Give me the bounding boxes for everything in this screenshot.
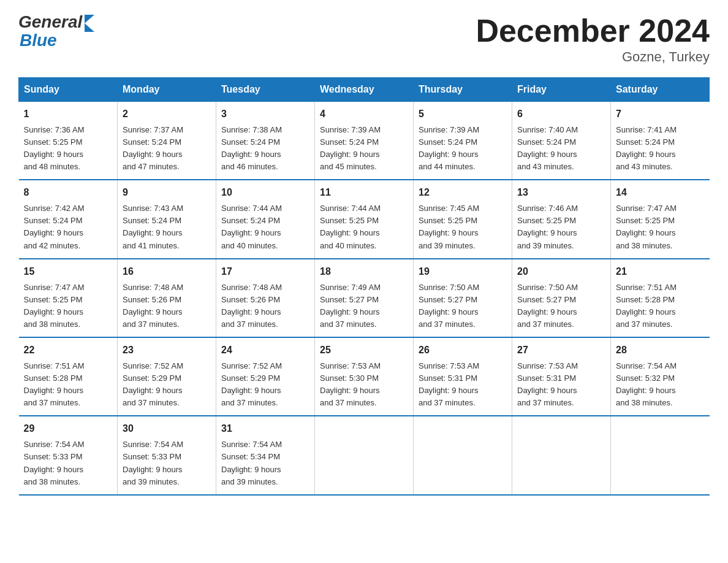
calendar-table: SundayMondayTuesdayWednesdayThursdayFrid… [18,77,710,496]
day-number: 17 [221,264,309,280]
day-number: 26 [419,343,507,358]
cell-info: Sunrise: 7:50 AMSunset: 5:27 PMDaylight:… [517,283,578,329]
calendar-cell: 7Sunrise: 7:41 AMSunset: 5:24 PMDaylight… [611,102,710,180]
day-number: 13 [517,185,605,201]
col-header-monday: Monday [118,78,216,102]
day-number: 28 [616,343,705,358]
cell-info: Sunrise: 7:38 AMSunset: 5:24 PMDaylight:… [221,125,282,171]
day-number: 2 [123,107,211,122]
col-header-saturday: Saturday [611,78,710,102]
cell-info: Sunrise: 7:54 AMSunset: 5:33 PMDaylight:… [123,440,183,486]
calendar-cell: 22Sunrise: 7:51 AMSunset: 5:28 PMDayligh… [19,337,118,416]
day-number: 19 [419,264,507,280]
day-number: 14 [616,185,705,201]
cell-info: Sunrise: 7:53 AMSunset: 5:30 PMDaylight:… [320,361,381,407]
cell-info: Sunrise: 7:52 AMSunset: 5:29 PMDaylight:… [123,361,183,407]
day-number: 30 [123,421,211,437]
cell-info: Sunrise: 7:48 AMSunset: 5:26 PMDaylight:… [123,283,183,329]
cell-info: Sunrise: 7:47 AMSunset: 5:25 PMDaylight:… [616,204,677,250]
cell-info: Sunrise: 7:36 AMSunset: 5:25 PMDaylight:… [24,125,85,171]
page-header: General Blue December 2024 Gozne, Turkey [18,12,710,65]
calendar-cell: 23Sunrise: 7:52 AMSunset: 5:29 PMDayligh… [118,337,216,416]
calendar-cell: 8Sunrise: 7:42 AMSunset: 5:24 PMDaylight… [19,180,118,258]
cell-info: Sunrise: 7:51 AMSunset: 5:28 PMDaylight:… [616,283,677,329]
calendar-cell: 9Sunrise: 7:43 AMSunset: 5:24 PMDaylight… [118,180,216,258]
cell-info: Sunrise: 7:49 AMSunset: 5:27 PMDaylight:… [320,283,381,329]
cell-info: Sunrise: 7:39 AMSunset: 5:24 PMDaylight:… [419,125,479,171]
cell-info: Sunrise: 7:54 AMSunset: 5:34 PMDaylight:… [221,440,282,486]
logo-blue: Blue [20,31,57,50]
calendar-cell: 10Sunrise: 7:44 AMSunset: 5:24 PMDayligh… [216,180,315,258]
day-number: 12 [419,185,507,201]
cell-info: Sunrise: 7:45 AMSunset: 5:25 PMDaylight:… [419,204,479,250]
week-row-5: 29Sunrise: 7:54 AMSunset: 5:33 PMDayligh… [19,416,710,494]
day-number: 24 [221,343,309,358]
calendar-cell: 18Sunrise: 7:49 AMSunset: 5:27 PMDayligh… [315,259,414,337]
calendar-cell: 20Sunrise: 7:50 AMSunset: 5:27 PMDayligh… [512,259,611,337]
calendar-cell: 2Sunrise: 7:37 AMSunset: 5:24 PMDaylight… [118,102,216,180]
week-row-4: 22Sunrise: 7:51 AMSunset: 5:28 PMDayligh… [19,337,710,416]
cell-info: Sunrise: 7:50 AMSunset: 5:27 PMDaylight:… [419,283,479,329]
calendar-cell: 28Sunrise: 7:54 AMSunset: 5:32 PMDayligh… [611,337,710,416]
calendar-cell: 16Sunrise: 7:48 AMSunset: 5:26 PMDayligh… [118,259,216,337]
cell-info: Sunrise: 7:48 AMSunset: 5:26 PMDaylight:… [221,283,282,329]
day-number: 31 [221,421,309,437]
day-number: 8 [24,185,113,201]
day-number: 25 [320,343,408,358]
calendar-cell: 25Sunrise: 7:53 AMSunset: 5:30 PMDayligh… [315,337,414,416]
calendar-cell: 1Sunrise: 7:36 AMSunset: 5:25 PMDaylight… [19,102,118,180]
week-row-1: 1Sunrise: 7:36 AMSunset: 5:25 PMDaylight… [19,102,710,180]
calendar-cell: 27Sunrise: 7:53 AMSunset: 5:31 PMDayligh… [512,337,611,416]
day-number: 27 [517,343,605,358]
cell-info: Sunrise: 7:40 AMSunset: 5:24 PMDaylight:… [517,125,578,171]
cell-info: Sunrise: 7:44 AMSunset: 5:25 PMDaylight:… [320,204,381,250]
day-number: 29 [24,421,113,437]
calendar-cell: 31Sunrise: 7:54 AMSunset: 5:34 PMDayligh… [216,416,315,494]
cell-info: Sunrise: 7:54 AMSunset: 5:32 PMDaylight:… [616,361,677,407]
day-number: 5 [419,107,507,122]
cell-info: Sunrise: 7:42 AMSunset: 5:24 PMDaylight:… [24,204,85,250]
calendar-cell: 15Sunrise: 7:47 AMSunset: 5:25 PMDayligh… [19,259,118,337]
calendar-cell: 14Sunrise: 7:47 AMSunset: 5:25 PMDayligh… [611,180,710,258]
day-number: 18 [320,264,408,280]
calendar-cell: 19Sunrise: 7:50 AMSunset: 5:27 PMDayligh… [414,259,512,337]
col-header-sunday: Sunday [19,78,118,102]
month-title: December 2024 [476,12,710,49]
cell-info: Sunrise: 7:41 AMSunset: 5:24 PMDaylight:… [616,125,677,171]
calendar-cell: 6Sunrise: 7:40 AMSunset: 5:24 PMDaylight… [512,102,611,180]
cell-info: Sunrise: 7:53 AMSunset: 5:31 PMDaylight:… [517,361,578,407]
day-number: 10 [221,185,309,201]
day-number: 16 [123,264,211,280]
week-row-2: 8Sunrise: 7:42 AMSunset: 5:24 PMDaylight… [19,180,710,258]
cell-info: Sunrise: 7:39 AMSunset: 5:24 PMDaylight:… [320,125,381,171]
day-number: 4 [320,107,408,122]
calendar-cell: 13Sunrise: 7:46 AMSunset: 5:25 PMDayligh… [512,180,611,258]
day-number: 15 [24,264,113,280]
day-number: 9 [123,185,211,201]
calendar-cell: 30Sunrise: 7:54 AMSunset: 5:33 PMDayligh… [118,416,216,494]
cell-info: Sunrise: 7:37 AMSunset: 5:24 PMDaylight:… [123,125,183,171]
location: Gozne, Turkey [476,49,710,65]
cell-info: Sunrise: 7:46 AMSunset: 5:25 PMDaylight:… [517,204,578,250]
cell-info: Sunrise: 7:53 AMSunset: 5:31 PMDaylight:… [419,361,479,407]
day-number: 21 [616,264,705,280]
calendar-cell: 21Sunrise: 7:51 AMSunset: 5:28 PMDayligh… [611,259,710,337]
cell-info: Sunrise: 7:51 AMSunset: 5:28 PMDaylight:… [24,361,85,407]
day-number: 23 [123,343,211,358]
calendar-cell: 3Sunrise: 7:38 AMSunset: 5:24 PMDaylight… [216,102,315,180]
calendar-cell: 11Sunrise: 7:44 AMSunset: 5:25 PMDayligh… [315,180,414,258]
logo-general: General [18,12,82,32]
calendar-cell [414,416,512,494]
title-area: December 2024 Gozne, Turkey [476,12,710,65]
day-number: 22 [24,343,113,358]
calendar-cell [611,416,710,494]
calendar-header: SundayMondayTuesdayWednesdayThursdayFrid… [19,78,710,102]
week-row-3: 15Sunrise: 7:47 AMSunset: 5:25 PMDayligh… [19,259,710,337]
calendar-cell: 24Sunrise: 7:52 AMSunset: 5:29 PMDayligh… [216,337,315,416]
calendar-cell: 5Sunrise: 7:39 AMSunset: 5:24 PMDaylight… [414,102,512,180]
calendar-cell: 12Sunrise: 7:45 AMSunset: 5:25 PMDayligh… [414,180,512,258]
cell-info: Sunrise: 7:52 AMSunset: 5:29 PMDaylight:… [221,361,282,407]
col-header-friday: Friday [512,78,611,102]
cell-info: Sunrise: 7:54 AMSunset: 5:33 PMDaylight:… [24,440,85,486]
calendar-cell: 17Sunrise: 7:48 AMSunset: 5:26 PMDayligh… [216,259,315,337]
